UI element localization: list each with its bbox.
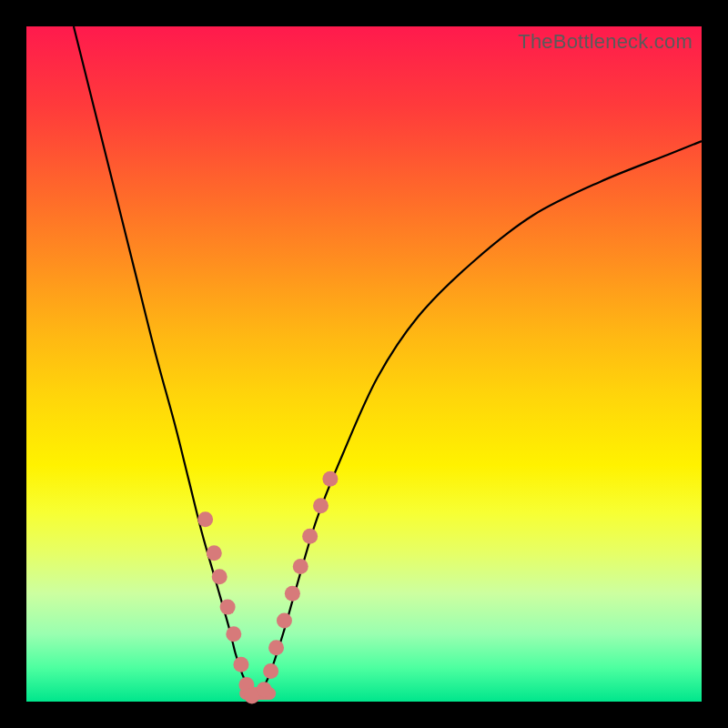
marker-dot	[257, 682, 272, 697]
right-curve	[256, 141, 702, 702]
marker-dot	[263, 663, 278, 679]
marker-dot	[197, 511, 213, 527]
marker-dot	[226, 626, 241, 642]
marker-dot	[302, 529, 318, 544]
marker-dot	[313, 498, 329, 513]
chart-frame: TheBottleneck.com	[0, 0, 728, 728]
marker-dot	[220, 600, 236, 615]
marker-dot	[322, 471, 338, 487]
marker-dot	[212, 569, 228, 584]
marker-dot	[233, 657, 248, 672]
markers-left	[197, 511, 259, 703]
marker-dot	[268, 640, 284, 655]
plot-area: TheBottleneck.com	[26, 26, 702, 702]
chart-svg	[26, 26, 702, 702]
marker-dot	[293, 559, 308, 574]
marker-dot	[277, 612, 292, 628]
marker-dot	[207, 545, 222, 561]
marker-dot	[285, 586, 300, 602]
